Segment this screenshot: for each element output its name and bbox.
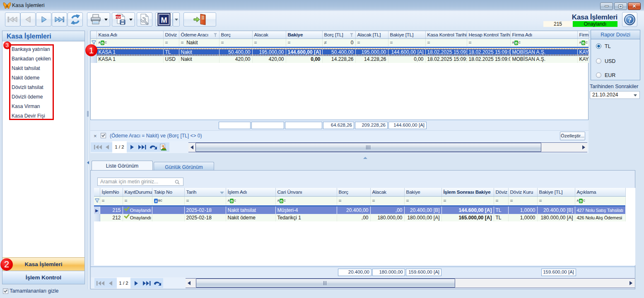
svg-text:M: M <box>161 16 167 24</box>
svg-text:PDF: PDF <box>116 16 122 19</box>
svg-text:?: ? <box>628 16 632 24</box>
